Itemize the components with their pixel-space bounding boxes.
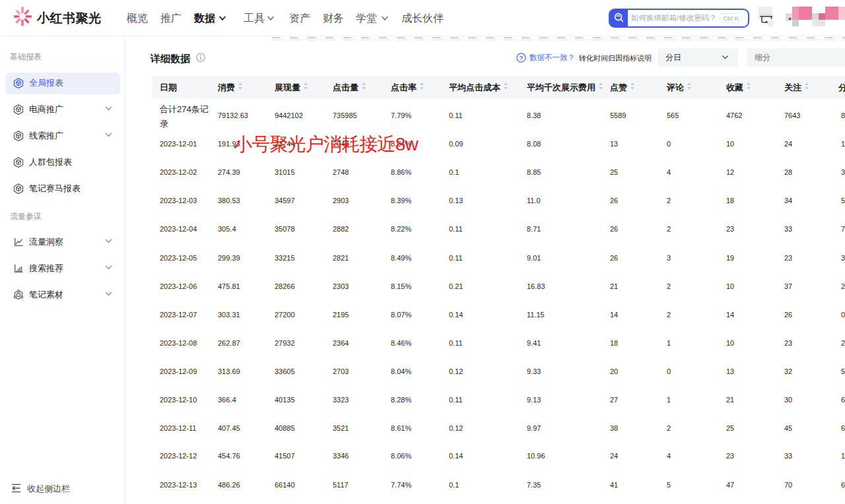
svg-text:?: ? — [520, 54, 524, 61]
